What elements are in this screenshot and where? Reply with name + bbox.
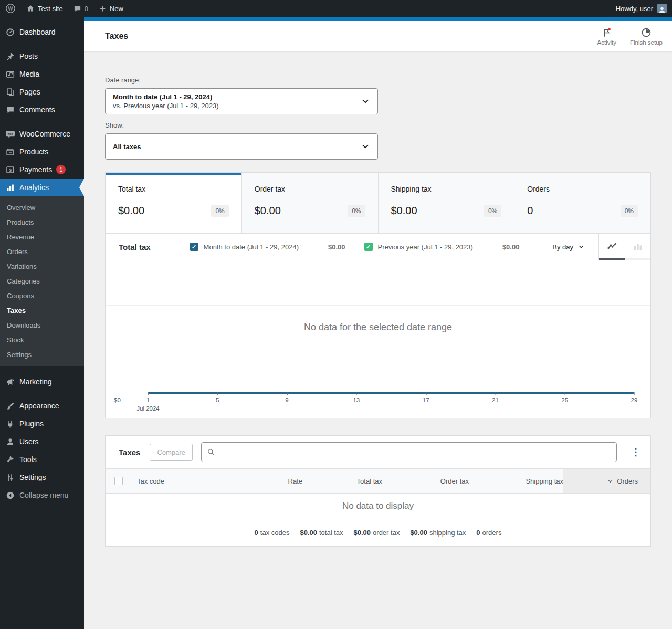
column-shipping-tax[interactable]: Shipping tax	[469, 469, 563, 493]
column-rate[interactable]: Rate	[245, 469, 302, 493]
table-header: Taxes Compare ⋮	[106, 436, 650, 468]
legend-previous-period[interactable]: Previous year (Jul 1 - 29, 2023)	[364, 243, 473, 251]
svg-text:W: W	[8, 6, 13, 12]
sidebar-item-products[interactable]: Products	[0, 143, 84, 161]
sidebar-item-posts[interactable]: Posts	[0, 47, 84, 65]
comment-count: 0	[85, 5, 88, 13]
tile-shipping-tax[interactable]: Shipping tax $0.00 0%	[378, 173, 514, 233]
column-orders-sorted[interactable]: Orders	[563, 469, 650, 493]
submenu-item-coupons[interactable]: Coupons	[0, 288, 84, 303]
chart-header: Total tax Month to date (Jul 1 - 29, 202…	[106, 233, 650, 260]
bar-chart-icon	[633, 241, 643, 251]
tile-orders[interactable]: Orders 0 0%	[514, 173, 650, 233]
table-title: Taxes	[119, 448, 140, 457]
site-name-label: Test site	[38, 5, 63, 13]
search-icon	[207, 448, 215, 456]
checkbox-checked-icon[interactable]	[364, 243, 373, 251]
activity-button[interactable]: Activity	[597, 27, 616, 46]
bar-chart-toggle[interactable]	[625, 234, 650, 260]
summary-tax-codes: 0tax codes	[255, 529, 290, 537]
plus-icon	[99, 5, 107, 13]
summary-total-tax: $0.00total tax	[300, 529, 343, 537]
sidebar-item-comments[interactable]: Comments	[0, 101, 84, 119]
site-name-link[interactable]: Test site	[21, 0, 68, 17]
account-menu[interactable]: Howdy, user	[611, 0, 672, 17]
svg-text:Woo: Woo	[7, 132, 13, 135]
wordpress-logo-menu[interactable]: W	[0, 0, 21, 17]
column-total-tax[interactable]: Total tax	[302, 469, 382, 493]
submenu-item-revenue[interactable]: Revenue	[0, 229, 84, 244]
sidebar-item-plugins[interactable]: Plugins	[0, 415, 84, 433]
table-column-headers: Tax code Rate Total tax Order tax Shippi…	[106, 468, 650, 494]
page-header: Taxes Activity Finish setup	[84, 21, 672, 51]
page-title: Taxes	[105, 32, 128, 41]
sidebar-item-marketing[interactable]: Marketing	[0, 373, 84, 391]
sidebar-item-appearance[interactable]: Appearance	[0, 397, 84, 415]
line-chart-toggle[interactable]	[599, 234, 625, 260]
tile-total-tax[interactable]: Total tax $0.00 0%	[106, 173, 242, 233]
table-empty-message: No data to display	[106, 494, 650, 519]
delta-badge: 0%	[348, 205, 365, 217]
collapse-arrow-icon	[5, 491, 15, 500]
date-range-label: Date range:	[105, 76, 651, 84]
submenu-item-settings[interactable]: Settings	[0, 347, 84, 362]
sidebar-item-tools[interactable]: Tools	[0, 450, 84, 468]
tile-order-tax[interactable]: Order tax $0.00 0%	[242, 173, 378, 233]
progress-clock-icon	[641, 27, 652, 38]
summary-orders: 0orders	[476, 529, 501, 537]
sidebar-item-collapse-menu[interactable]: Collapse menu	[0, 486, 84, 504]
chevron-down-icon	[361, 97, 370, 106]
payments-icon: $	[5, 165, 15, 174]
submenu-item-categories[interactable]: Categories	[0, 274, 84, 288]
zero-value-line	[148, 392, 634, 394]
pushpin-icon	[5, 52, 15, 61]
sidebar: Dashboard Posts Media Pages Comments Woo…	[0, 17, 84, 629]
sidebar-item-media[interactable]: Media	[0, 65, 84, 83]
x-axis-month-label: Jul 2024	[136, 405, 159, 412]
sidebar-item-settings[interactable]: Settings	[0, 468, 84, 486]
submenu-item-downloads[interactable]: Downloads	[0, 318, 84, 332]
summary-order-tax: $0.00order tax	[354, 529, 400, 537]
search-box[interactable]	[201, 442, 617, 462]
line-chart-icon	[607, 241, 617, 251]
sidebar-item-pages[interactable]: Pages	[0, 83, 84, 101]
legend-current-period[interactable]: Month to date (Jul 1 - 29, 2024)	[190, 243, 299, 251]
interval-dropdown[interactable]: By day	[552, 243, 598, 251]
show-dropdown[interactable]: All taxes	[105, 133, 378, 160]
submenu-item-taxes[interactable]: Taxes	[0, 303, 84, 318]
table-options-menu-icon[interactable]: ⋮	[628, 447, 643, 457]
finish-setup-button[interactable]: Finish setup	[630, 27, 663, 46]
media-icon	[5, 70, 15, 79]
checkbox-checked-icon[interactable]	[190, 243, 198, 251]
new-label: New	[110, 5, 123, 13]
submenu-item-stock[interactable]: Stock	[0, 332, 84, 347]
comments-shortcut[interactable]: 0	[68, 0, 93, 17]
sidebar-item-payments[interactable]: $ Payments 1	[0, 161, 84, 179]
submenu-item-variations[interactable]: Variations	[0, 259, 84, 274]
chart-area: No data for the selected date range $0 1…	[106, 260, 650, 418]
search-input[interactable]	[219, 448, 611, 456]
delta-badge: 0%	[211, 205, 228, 217]
compare-button[interactable]: Compare	[150, 444, 192, 461]
date-range-dropdown[interactable]: Month to date (Jul 1 - 29, 2024) vs. Pre…	[105, 88, 378, 114]
new-content-menu[interactable]: New	[93, 0, 129, 17]
sidebar-item-users[interactable]: Users	[0, 433, 84, 450]
date-range-secondary: vs. Previous year (Jul 1 - 29, 2023)	[113, 102, 219, 110]
chart-card: Total tax $0.00 0% Order tax $0.00 0% Sh…	[105, 172, 651, 418]
sidebar-item-woocommerce[interactable]: Woo WooCommerce	[0, 125, 84, 143]
home-icon	[26, 4, 35, 13]
sidebar-item-dashboard[interactable]: Dashboard	[0, 23, 84, 41]
column-tax-code[interactable]: Tax code	[128, 469, 245, 493]
submenu-item-products[interactable]: Products	[0, 215, 84, 229]
submenu-item-overview[interactable]: Overview	[0, 200, 84, 215]
chart-title: Total tax	[119, 243, 151, 251]
svg-text:$: $	[9, 167, 12, 172]
select-all-checkbox[interactable]	[114, 477, 123, 485]
column-order-tax[interactable]: Order tax	[382, 469, 469, 493]
table-summary-footer: 0tax codes $0.00total tax $0.00order tax…	[106, 519, 650, 546]
sidebar-item-analytics[interactable]: Analytics	[0, 179, 84, 196]
activity-label: Activity	[597, 39, 616, 46]
submenu-item-orders[interactable]: Orders	[0, 244, 84, 259]
summary-tiles: Total tax $0.00 0% Order tax $0.00 0% Sh…	[106, 173, 650, 233]
chevron-down-icon	[578, 243, 585, 250]
